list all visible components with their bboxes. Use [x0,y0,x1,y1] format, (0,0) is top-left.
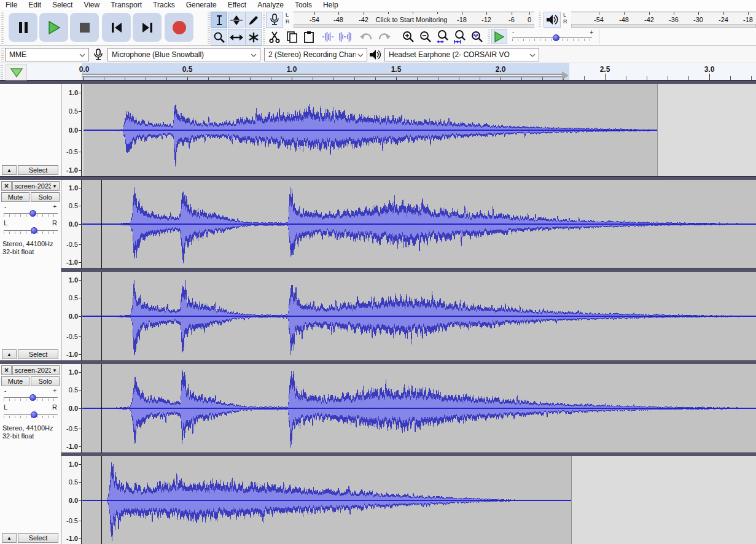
timeline-quickplay-bar[interactable] [82,74,562,77]
draw-tool-button[interactable] [245,12,262,28]
gain-slider-thumb[interactable] [29,394,36,401]
pan-slider-thumb[interactable] [31,411,37,418]
play-meter-button[interactable] [544,12,561,28]
solo-button[interactable]: Solo [31,192,60,202]
skip-to-end-button[interactable] [133,13,162,42]
vertical-ruler[interactable]: 1.00.50.0-0.5-1.0 [61,84,82,176]
menu-edit[interactable]: Edit [23,0,47,10]
pause-button[interactable] [9,13,37,42]
transport-toolbar-grip[interactable] [1,12,4,45]
play-button[interactable] [39,13,68,42]
close-track-button[interactable]: × [1,181,12,191]
menu-effect[interactable]: Effect [222,0,252,10]
silence-audio-button[interactable] [337,28,353,45]
pan-slider-thumb[interactable] [31,227,37,234]
menu-generate[interactable]: Generate [181,0,222,10]
play-meter-grip[interactable] [539,12,541,28]
mute-button[interactable]: Mute [1,192,29,202]
audacity-window: File Edit Select View Transport Tracks G… [0,0,756,544]
menu-analyze[interactable]: Analyze [252,0,289,10]
ruler-label: -0.5 [66,333,78,340]
envelope-tool-button[interactable] [228,12,244,28]
speed-slider-thumb[interactable] [553,34,559,41]
timeline-label: 0.0 [79,65,90,74]
collapse-track-button[interactable]: ▲ [2,349,17,359]
select-track-button[interactable]: Select [18,533,58,543]
pan-left-label: L [4,219,7,227]
menu-tools[interactable]: Tools [289,0,318,10]
vertical-ruler[interactable]: 1.00.50.0-0.5-1.0 [61,456,82,544]
trim-audio-button[interactable] [319,28,336,45]
multi-tool-button[interactable] [245,29,262,45]
record-button[interactable] [165,13,193,42]
select-track-button[interactable]: Select [18,165,58,175]
redo-button[interactable] [376,28,392,45]
vertical-ruler[interactable]: 1.00.50.0-0.5-1.0 [61,180,82,268]
close-track-button[interactable]: × [1,365,12,375]
playback-device-select[interactable]: Headset Earphone (2- CORSAIR VO [384,48,539,61]
vertical-ruler[interactable]: 1.00.50.0-0.5-1.0 [61,364,82,453]
copy-button[interactable] [283,28,300,45]
audio-host-select[interactable]: MME [5,48,89,61]
timeline-ruler[interactable]: 0.0 0.5 1.0 1.5 2.0 2.5 3.0 [0,63,756,80]
play-meter-bar [571,24,756,28]
stop-button[interactable] [70,13,99,42]
rec-meter-L-label: L [286,12,289,18]
menu-transport[interactable]: Transport [105,0,147,10]
track-name-button[interactable]: screen-2023▼ [12,365,60,375]
vertical-ruler[interactable]: 1.00.50.0-0.5-1.0 [61,272,82,360]
selection-tool-button[interactable] [211,12,227,28]
zoom-in-button[interactable] [400,28,416,45]
ruler-tick [79,482,81,483]
waveform-channel[interactable] [82,272,756,360]
solo-button[interactable]: Solo [31,376,60,386]
tools-toolbar-grip[interactable] [208,12,210,45]
record-device-select[interactable]: Microphone (Blue Snowball) [107,48,260,61]
ruler-label: -1.0 [66,443,78,450]
gain-slider-thumb[interactable] [29,210,36,217]
device-toolbar-grip[interactable] [1,48,4,61]
waveform-channel[interactable] [82,84,756,176]
play-speed-slider[interactable]: - + [511,29,597,44]
paste-button[interactable] [300,28,317,45]
timeline-grip[interactable] [1,65,3,79]
play-at-speed-grip[interactable] [488,29,490,44]
zoom-toggle-button[interactable] [469,28,485,45]
skip-to-start-button[interactable] [102,13,131,42]
toolbar-region: L R -54 -48 -42 Click to Start Monitorin… [0,10,756,46]
waveform-channel[interactable] [82,456,756,544]
waveform-channel[interactable] [82,364,756,453]
zoom-tool-button[interactable] [211,29,227,45]
waveform-channel[interactable] [82,180,756,268]
menu-help[interactable]: Help [318,0,344,10]
menu-select[interactable]: Select [47,0,78,10]
play-tick: -30 [693,16,703,23]
collapse-track-button[interactable]: ▲ [2,165,17,175]
play-at-speed-button[interactable] [491,29,507,44]
menu-tracks[interactable]: Tracks [147,0,181,10]
meter-toolbar-grip[interactable] [263,12,265,45]
collapse-track-button[interactable]: ▲ [2,533,17,543]
undo-button[interactable] [357,28,374,45]
ruler-label: -0.5 [66,517,78,524]
ruler-tick [79,500,81,501]
time-shift-tool-button[interactable] [228,29,244,45]
ruler-tick [79,354,81,355]
mute-button[interactable]: Mute [1,376,29,386]
rec-tick: -18 [457,16,467,23]
track-name-button[interactable]: screen-2023▼ [12,181,60,191]
skip-to-start-icon [111,22,123,33]
monitoring-message[interactable]: Click to Start Monitoring [376,16,448,23]
fit-project-button[interactable] [451,28,468,45]
record-channels-select[interactable]: 2 (Stereo) Recording Chann [264,48,367,61]
select-track-button[interactable]: Select [18,349,58,359]
timeline-options-button[interactable] [6,64,27,80]
recording-meter[interactable]: -54 -48 -42 Click to Start Monitoring -1… [294,12,534,28]
cut-button[interactable] [266,28,283,45]
play-tick: -36 [669,16,679,23]
zoom-out-button[interactable] [417,28,434,45]
record-meter-button[interactable] [266,12,283,28]
fit-selection-button[interactable] [434,28,451,45]
menu-file[interactable]: File [0,0,23,10]
menu-view[interactable]: View [78,0,105,10]
